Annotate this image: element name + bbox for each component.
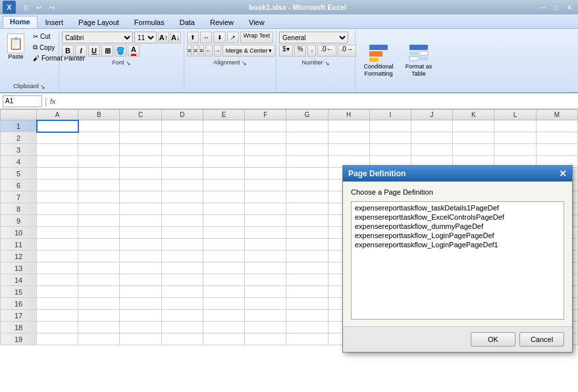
- dialog-close-button[interactable]: ✕: [559, 168, 567, 179]
- format-table-label: Format as Table: [404, 63, 434, 78]
- font-size-select[interactable]: 11: [134, 32, 157, 43]
- tab-home[interactable]: Home: [3, 16, 38, 28]
- svg-rect-6: [409, 57, 418, 61]
- comma-button[interactable]: ,: [307, 45, 316, 57]
- dialog-listbox[interactable]: expensereporttaskflow_taskDetails1PageDe…: [351, 201, 564, 320]
- italic-button[interactable]: I: [75, 45, 87, 57]
- svg-rect-7: [419, 57, 428, 61]
- percent-button[interactable]: %: [294, 45, 307, 57]
- svg-rect-0: [369, 45, 388, 50]
- quick-access-toolbar: X ⎙ ↩ ↪ book1.xlsx - Microsoft Excel ─ □…: [0, 0, 578, 14]
- increase-font-button[interactable]: A↑: [158, 32, 169, 43]
- cancel-button[interactable]: Cancel: [519, 332, 564, 347]
- dialog-titlebar: Page Definition ✕: [343, 166, 572, 182]
- dialog-list-item[interactable]: expensereporttaskflow_LoginPagePageDef: [353, 231, 562, 240]
- formula-bar: | fx: [0, 93, 578, 109]
- number-group: General $▾ % , .0← .0→ Number ↘: [276, 30, 355, 91]
- tab-page-layout[interactable]: Page Layout: [71, 16, 126, 28]
- spreadsheet-container: A B C D E F G H I J K L M 12345678910111…: [0, 109, 578, 366]
- dialog-overlay: Page Definition ✕ Choose a Page Definiti…: [0, 109, 578, 366]
- svg-rect-4: [409, 51, 418, 55]
- bold-button[interactable]: B: [62, 45, 74, 57]
- app-icon: X: [3, 1, 16, 14]
- close-button[interactable]: ✕: [564, 1, 575, 13]
- number-label: Number: [302, 59, 323, 66]
- text-angle-button[interactable]: ↗: [227, 32, 239, 43]
- paste-button[interactable]: 📋 Paste: [3, 32, 29, 82]
- cut-label: Cut: [40, 33, 51, 40]
- currency-button[interactable]: $▾: [279, 45, 293, 57]
- merge-center-button[interactable]: Merge & Center ▾: [223, 45, 276, 57]
- format-painter-icon: 🖌: [33, 55, 39, 62]
- align-bottom-button[interactable]: ⬇: [213, 32, 225, 43]
- ribbon-tabs: Home Insert Page Layout Formulas Data Re…: [0, 14, 578, 29]
- tab-review[interactable]: Review: [203, 16, 241, 28]
- dialog-list-item[interactable]: expensereporttaskflow_dummyPageDef: [353, 222, 562, 231]
- border-button[interactable]: ⊞: [101, 45, 113, 57]
- conditional-formatting-label: Conditional Formatting: [360, 63, 397, 78]
- dialog-body: Choose a Page Definition expensereportta…: [343, 182, 572, 326]
- undo-button[interactable]: ↩: [33, 1, 45, 13]
- minimize-button[interactable]: ─: [537, 1, 549, 13]
- dialog-list-item[interactable]: expensereporttaskflow_taskDetails1PageDe…: [353, 203, 562, 212]
- svg-rect-1: [369, 51, 382, 57]
- increase-decimal-button[interactable]: .0→: [338, 45, 356, 57]
- page-definition-dialog: Page Definition ✕ Choose a Page Definiti…: [342, 165, 573, 353]
- svg-rect-5: [419, 51, 428, 55]
- maximize-button[interactable]: □: [550, 1, 562, 13]
- font-label: Font: [112, 59, 124, 66]
- cut-icon: ✂: [33, 33, 38, 40]
- styles-group: Conditional Formatting Format as Table: [355, 30, 578, 91]
- title-bar: book1.xlsx - Microsoft Excel: [59, 3, 536, 11]
- dialog-list-item[interactable]: expensereporttaskflow_ExcelControlsPageD…: [353, 212, 562, 222]
- tab-data[interactable]: Data: [172, 16, 202, 28]
- decrease-font-button[interactable]: A↓: [171, 32, 181, 43]
- fx-label: fx: [50, 97, 56, 105]
- tab-formulas[interactable]: Formulas: [127, 16, 172, 28]
- font-group: Calibri 11 A↑ A↓ B I U ⊞ 🪣: [59, 30, 184, 91]
- redo-button[interactable]: ↪: [46, 1, 58, 13]
- copy-label: Copy: [39, 44, 55, 51]
- align-center-button[interactable]: ≡: [193, 45, 197, 57]
- underline-button[interactable]: U: [88, 45, 100, 57]
- formula-divider: |: [45, 96, 47, 107]
- ok-button[interactable]: OK: [471, 332, 515, 347]
- align-top-button[interactable]: ⬆: [187, 32, 199, 43]
- copy-icon: ⧉: [33, 43, 38, 51]
- cell-reference-input[interactable]: [3, 95, 42, 107]
- alignment-group: ⬆ ↔ ⬇ ↗ Wrap Text ≡ ≡ ≡ ← → Merge & Cent…: [184, 30, 276, 91]
- svg-rect-3: [409, 45, 428, 50]
- dialog-footer: OK Cancel: [343, 326, 572, 352]
- clipboard-group: 📋 Paste ✂ Cut ⧉ Copy 🖌 Format Painter: [0, 30, 59, 91]
- number-launcher[interactable]: ↘: [325, 60, 330, 65]
- align-left-button[interactable]: ≡: [187, 45, 192, 57]
- tab-view[interactable]: View: [242, 16, 272, 28]
- save-button[interactable]: ⎙: [20, 1, 32, 13]
- fill-color-button[interactable]: 🪣: [115, 45, 126, 57]
- align-middle-button[interactable]: ↔: [200, 32, 212, 43]
- decrease-decimal-button[interactable]: .0←: [317, 45, 336, 57]
- alignment-label: Alignment: [213, 59, 240, 66]
- tab-insert[interactable]: Insert: [38, 16, 71, 28]
- merge-center-label: Merge & Center: [226, 47, 268, 54]
- clipboard-label: Clipboard: [13, 83, 39, 89]
- decrease-indent-button[interactable]: ←: [205, 45, 213, 57]
- formula-input[interactable]: [58, 95, 575, 107]
- svg-rect-2: [369, 58, 379, 62]
- font-launcher[interactable]: ↘: [126, 60, 131, 65]
- clipboard-launcher[interactable]: ↘: [40, 84, 45, 89]
- ribbon: 📋 Paste ✂ Cut ⧉ Copy 🖌 Format Painter: [0, 29, 578, 93]
- font-color-a: A: [131, 45, 136, 56]
- format-as-table-button[interactable]: Format as Table: [402, 41, 436, 80]
- alignment-launcher[interactable]: ↘: [242, 60, 247, 65]
- dialog-list-item[interactable]: expensereporttaskflow_LoginPagePageDef1: [353, 240, 562, 249]
- conditional-formatting-button[interactable]: Conditional Formatting: [358, 41, 399, 80]
- align-right-button[interactable]: ≡: [199, 45, 204, 57]
- dialog-title: Page Definition: [348, 169, 406, 178]
- wrap-text-button[interactable]: Wrap Text: [240, 32, 273, 43]
- number-format-select[interactable]: General: [279, 32, 348, 43]
- paste-icon: 📋: [7, 34, 24, 53]
- font-face-select[interactable]: Calibri: [62, 32, 133, 43]
- increase-indent-button[interactable]: →: [214, 45, 221, 57]
- font-color-button[interactable]: A: [128, 45, 140, 57]
